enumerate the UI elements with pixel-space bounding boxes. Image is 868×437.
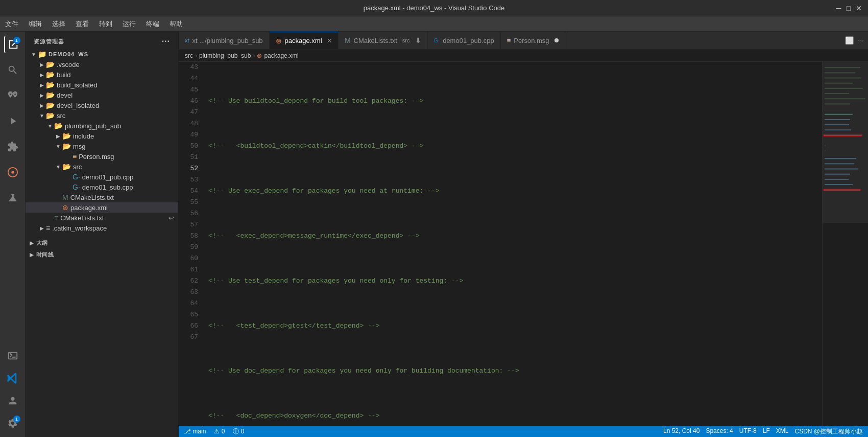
menu-select[interactable]: 选择 xyxy=(52,19,65,29)
tab-person-msg[interactable]: ≡ Person.msg xyxy=(501,32,565,49)
code-content[interactable]: <!-- Use buildtool_depend for build tool… xyxy=(204,62,822,426)
cmake-name: CMakeLists.txt xyxy=(70,194,114,201)
src-inner-name: src xyxy=(73,163,82,171)
status-eol[interactable]: LF xyxy=(763,427,770,436)
activity-extensions[interactable] xyxy=(4,138,21,155)
tree-item-package-xml[interactable]: ⊛ package.xml xyxy=(26,202,178,213)
ln-65: 65 xyxy=(179,309,198,320)
status-ln-col[interactable]: Ln 52, Col 40 xyxy=(663,427,700,436)
menu-terminal[interactable]: 终端 xyxy=(146,19,159,29)
tree-item-person-msg[interactable]: ≡ Person.msg xyxy=(26,151,178,162)
menu-view[interactable]: 查看 xyxy=(76,19,89,29)
tab-cmake[interactable]: M CMakeLists.txt src ⬇ xyxy=(339,32,428,49)
status-errors[interactable]: ⚠ 0 xyxy=(214,428,225,435)
menu-goto[interactable]: 转到 xyxy=(99,19,112,29)
maximize-button[interactable]: □ xyxy=(847,4,851,12)
tab-cmake-icon: M xyxy=(345,36,351,44)
section-outline[interactable]: ▶ 大纲 xyxy=(26,237,178,249)
minimize-button[interactable]: ─ xyxy=(836,4,841,12)
tree-item-catkin[interactable]: ▶ ≡ .catkin_workspace xyxy=(26,223,178,233)
statusbar-right: Ln 52, Col 40 Spaces: 4 UTF-8 LF XML CSD… xyxy=(663,427,863,436)
sidebar-more[interactable]: ··· xyxy=(162,37,170,46)
tree-root[interactable]: ▼ 📁 DEMO04_WS xyxy=(26,49,178,59)
activity-settings[interactable]: 1 xyxy=(4,415,21,432)
tab-package-xml[interactable]: ⊛ package.xml × xyxy=(270,32,339,49)
tab-demo01-pub[interactable]: G· demo01_pub.cpp xyxy=(428,32,501,49)
status-branch[interactable]: ⎇ main xyxy=(184,428,206,435)
activity-ros[interactable] xyxy=(4,164,21,181)
activity-account[interactable] xyxy=(4,392,21,409)
ln-44: 44 xyxy=(179,73,198,84)
menu-run[interactable]: 运行 xyxy=(123,19,136,29)
menu-file[interactable]: 文件 xyxy=(5,19,18,29)
tree-item-build[interactable]: ▶ 📂 build xyxy=(26,70,178,80)
more-actions-button[interactable]: ··· xyxy=(858,36,864,44)
activity-source-control[interactable] xyxy=(4,87,21,104)
tree-item-demo01-pub[interactable]: G· demo01_pub.cpp xyxy=(26,172,178,182)
include-arrow: ▶ xyxy=(54,133,62,139)
tree-item-vscode[interactable]: ▶ 📂 .vscode xyxy=(26,59,178,70)
ln-43: 43 xyxy=(179,62,198,73)
tree-item-devel[interactable]: ▶ 📂 devel xyxy=(26,90,178,100)
plumbing-arrow: ▼ xyxy=(46,123,54,129)
tab-xt[interactable]: xt xt .../plumbing_pub_sub xyxy=(179,32,270,49)
code-line-48: <!-- <test_depend>gtest</test_depend> --… xyxy=(208,320,822,332)
menu-help[interactable]: 帮助 xyxy=(170,19,183,29)
activity-explorer[interactable]: 1 xyxy=(4,36,21,53)
ln-58: 58 xyxy=(179,231,198,242)
tree-item-msg[interactable]: ▼ 📂 msg xyxy=(26,141,178,151)
breadcrumb-sep1: › xyxy=(195,52,197,59)
code-line-50: <!-- <doc_depend>doxygen</doc_depend> --… xyxy=(208,410,822,422)
build-isolated-name: build_isolated xyxy=(57,81,98,89)
code-line-45: <!-- Use exec_depend for packages you ne… xyxy=(208,186,822,197)
devel-folder-icon: 📂 xyxy=(46,91,55,99)
tab-xml-icon: ⊛ xyxy=(276,37,282,45)
activity-search[interactable] xyxy=(4,61,21,79)
tree-item-src[interactable]: ▼ 📂 src xyxy=(26,110,178,121)
activity-terminal[interactable] xyxy=(4,347,21,364)
ln-57: 57 xyxy=(179,219,198,231)
line-numbers: 43 44 45 46 47 48 49 50 51 52 53 54 55 5… xyxy=(179,62,204,426)
section-timeline[interactable]: ▶ 时间线 xyxy=(26,249,178,261)
code-line-49: <!-- Use doc_depend for packages you nee… xyxy=(208,365,822,377)
activity-test[interactable] xyxy=(4,189,21,206)
tree-item-cmake[interactable]: M CMakeLists.txt xyxy=(26,192,178,202)
tree-item-include[interactable]: ▶ 📂 include xyxy=(26,131,178,141)
tree-item-plumbing[interactable]: ▼ 📂 plumbing_pub_sub xyxy=(26,121,178,131)
demo01-pub-icon: G· xyxy=(73,173,80,181)
breadcrumb-plumbing[interactable]: plumbing_pub_sub xyxy=(199,52,251,59)
split-editor-button[interactable]: ⬜ xyxy=(845,36,854,44)
close-button[interactable]: ✕ xyxy=(856,4,862,12)
breadcrumb-sep2: › xyxy=(253,52,255,59)
msg-arrow: ▼ xyxy=(54,144,62,149)
breadcrumb-package-xml[interactable]: package.xml xyxy=(264,52,298,59)
tree-item-devel-isolated[interactable]: ▶ 📂 devel_isolated xyxy=(26,100,178,110)
activity-vscode[interactable] xyxy=(4,370,21,387)
sidebar: 资源管理器 ··· ▼ 📁 DEMO04_WS ▶ 📂 .vscode ▶ 📂 … xyxy=(26,32,179,437)
plumbing-folder-icon: 📂 xyxy=(54,122,63,130)
status-csdn: CSDN @控制工程师小赵 xyxy=(794,427,863,436)
menu-edit[interactable]: 编辑 xyxy=(29,19,42,29)
activity-run[interactable] xyxy=(4,112,21,130)
status-info[interactable]: ⓘ 0 xyxy=(233,427,244,436)
ln-56: 56 xyxy=(179,208,198,219)
status-spaces[interactable]: Spaces: 4 xyxy=(706,427,733,436)
tree-item-demo01-sub[interactable]: G· demo01_sub.cpp xyxy=(26,182,178,192)
tree-item-build-isolated[interactable]: ▶ 📂 build_isolated xyxy=(26,80,178,90)
main-layout: 1 xyxy=(0,32,868,437)
status-encoding[interactable]: UTF-8 xyxy=(739,427,757,436)
build-isolated-arrow: ▶ xyxy=(38,82,46,88)
include-folder-icon: 📂 xyxy=(62,132,71,140)
tab-actions[interactable]: ⬜ ··· xyxy=(841,32,868,49)
tab-xml-close[interactable]: × xyxy=(327,37,332,45)
tree-item-src-inner[interactable]: ▼ 📂 src xyxy=(26,162,178,172)
src-folder-icon: 📂 xyxy=(46,111,55,120)
breadcrumb-src[interactable]: src xyxy=(185,52,193,59)
window-controls[interactable]: ─ □ ✕ xyxy=(836,4,862,12)
tree-item-cmake-outer[interactable]: ≡ CMakeLists.txt ↩ xyxy=(26,213,178,223)
code-editor[interactable]: 43 44 45 46 47 48 49 50 51 52 53 54 55 5… xyxy=(179,62,868,426)
status-lang[interactable]: XML xyxy=(776,427,789,436)
ln-46: 46 xyxy=(179,96,198,107)
devel-isolated-folder-icon: 📂 xyxy=(46,101,55,109)
cmake-outer-icon: ≡ xyxy=(54,214,58,222)
